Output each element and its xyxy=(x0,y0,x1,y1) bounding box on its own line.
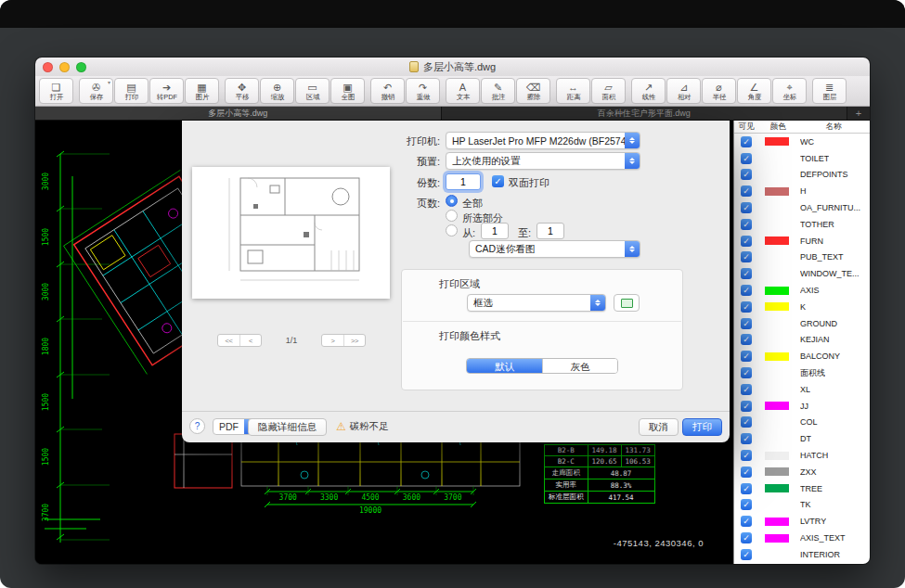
layer-color-swatch[interactable] xyxy=(765,369,789,377)
tab-document-1[interactable]: 百余种住宅户形平面.dwg xyxy=(442,107,848,120)
toolbar-button-angle[interactable]: ∠角度 xyxy=(737,78,771,104)
layer-visible-checkbox[interactable]: ✓ xyxy=(741,433,752,444)
layer-color-swatch[interactable] xyxy=(765,352,789,361)
layer-color-swatch[interactable] xyxy=(765,418,789,427)
toolbar-button-redo[interactable]: ↷重做 xyxy=(406,78,440,104)
pick-area-button[interactable] xyxy=(614,294,640,312)
color-default-segment[interactable]: 默认 xyxy=(467,359,542,373)
layer-visible-checkbox[interactable]: ✓ xyxy=(741,416,752,428)
pages-all-radio[interactable] xyxy=(446,195,458,207)
presets-select[interactable]: 上次使用的设置 xyxy=(446,152,640,170)
help-button[interactable]: ? xyxy=(189,418,205,434)
toolbar-button-zoom[interactable]: ⊕缩放 xyxy=(260,78,294,104)
layer-visible-checkbox[interactable]: ✓ xyxy=(741,483,752,494)
layer-visible-checkbox[interactable]: ✓ xyxy=(741,334,752,345)
next-page-button[interactable]: > xyxy=(322,335,343,346)
layer-color-swatch[interactable] xyxy=(765,435,789,443)
toolbar-button-text[interactable]: A文本 xyxy=(446,78,480,104)
minimize-window-button[interactable] xyxy=(59,62,70,72)
layer-color-swatch[interactable] xyxy=(765,220,789,228)
close-window-button[interactable] xyxy=(43,62,53,72)
layer-color-swatch[interactable] xyxy=(765,550,789,558)
layer-color-swatch[interactable] xyxy=(765,270,789,278)
layer-visible-checkbox[interactable]: ✓ xyxy=(741,236,752,247)
layer-visible-checkbox[interactable]: ✓ xyxy=(741,351,752,362)
layer-visible-checkbox[interactable]: ✓ xyxy=(741,153,752,164)
layer-visible-checkbox[interactable]: ✓ xyxy=(741,549,752,560)
layer-color-swatch[interactable] xyxy=(765,484,789,492)
layer-color-swatch[interactable] xyxy=(765,501,789,509)
toolbar-button-open[interactable]: ❏打开 xyxy=(39,78,73,104)
layer-color-swatch[interactable] xyxy=(765,467,789,476)
layer-visible-checkbox[interactable]: ✓ xyxy=(741,251,752,262)
zoom-window-button[interactable] xyxy=(76,62,86,72)
toolbar-button-undo[interactable]: ↶撤销 xyxy=(370,78,405,104)
toolbar-button-to-pdf[interactable]: ➔转PDF xyxy=(149,78,184,104)
layer-color-swatch[interactable] xyxy=(765,236,789,245)
last-page-button[interactable]: >> xyxy=(343,335,365,346)
toolbar-button-area[interactable]: ▱面积 xyxy=(591,78,626,104)
layer-visible-checkbox[interactable]: ✓ xyxy=(741,185,752,197)
toolbar-button-pan[interactable]: ✥平移 xyxy=(225,78,259,104)
cancel-button[interactable]: 取消 xyxy=(639,418,679,436)
layer-visible-checkbox[interactable]: ✓ xyxy=(741,268,752,279)
layer-color-swatch[interactable] xyxy=(765,154,789,162)
layer-visible-checkbox[interactable]: ✓ xyxy=(741,367,752,378)
layer-visible-checkbox[interactable]: ✓ xyxy=(741,169,752,180)
layer-color-swatch[interactable] xyxy=(765,385,789,393)
print-button[interactable]: 打印 xyxy=(682,418,722,436)
color-gray-segment[interactable]: 灰色 xyxy=(542,359,617,373)
layer-visible-checkbox[interactable]: ✓ xyxy=(741,301,752,313)
app-options-select[interactable]: CAD迷你看图 xyxy=(469,240,640,258)
pages-selection-radio[interactable] xyxy=(446,210,458,222)
toolbar-button-layers[interactable]: ≣图层 xyxy=(812,78,847,104)
layer-color-swatch[interactable] xyxy=(765,518,789,526)
layer-visible-checkbox[interactable]: ✓ xyxy=(741,516,752,527)
layer-color-swatch[interactable] xyxy=(765,452,789,460)
window-title-bar[interactable]: 多层小高等.dwg xyxy=(35,58,870,76)
page-from-input[interactable] xyxy=(481,223,509,239)
toolbar-button-save[interactable]: ✇▾保存 xyxy=(79,78,113,104)
layer-visible-checkbox[interactable]: ✓ xyxy=(741,318,752,329)
layer-visible-checkbox[interactable]: ✓ xyxy=(741,499,752,510)
toolbar-button-radius[interactable]: ⌀半径 xyxy=(702,78,736,104)
layer-color-swatch[interactable] xyxy=(765,253,789,262)
toolbar-button-erase[interactable]: ⌫擦除 xyxy=(516,78,550,104)
toolbar-button-image[interactable]: ▦图片 xyxy=(185,78,219,104)
hide-details-button[interactable]: 隐藏详细信息 xyxy=(248,418,327,436)
layer-color-swatch[interactable] xyxy=(765,287,789,295)
tab-document-0[interactable]: 多层小高等.dwg xyxy=(35,107,442,120)
toolbar-button-distance[interactable]: ↔距离 xyxy=(556,78,590,104)
print-area-select[interactable]: 框选 xyxy=(467,294,606,312)
layer-visible-checkbox[interactable]: ✓ xyxy=(741,136,752,147)
toolbar-button-region[interactable]: ▭区域 xyxy=(295,78,330,104)
printer-select[interactable]: HP LaserJet Pro MFP M226dw (BF2574) xyxy=(446,132,640,149)
layer-visible-checkbox[interactable]: ✓ xyxy=(741,384,752,395)
toolbar-button-fit-view[interactable]: ▣全图 xyxy=(330,78,365,104)
new-tab-button[interactable]: + xyxy=(847,107,870,120)
layer-color-swatch[interactable] xyxy=(765,534,789,543)
layer-visible-checkbox[interactable]: ✓ xyxy=(741,450,752,461)
layer-visible-checkbox[interactable]: ✓ xyxy=(741,285,752,296)
layer-color-swatch[interactable] xyxy=(765,204,789,212)
layer-visible-checkbox[interactable]: ✓ xyxy=(741,467,752,478)
toolbar-button-annotate[interactable]: ✎批注 xyxy=(481,78,515,104)
layer-visible-checkbox[interactable]: ✓ xyxy=(741,219,752,230)
layer-visible-checkbox[interactable]: ✓ xyxy=(741,401,752,412)
layer-color-swatch[interactable] xyxy=(765,302,789,311)
toolbar-button-coordinate[interactable]: ⌖坐标 xyxy=(772,78,807,104)
layer-visible-checkbox[interactable]: ✓ xyxy=(741,532,752,543)
toolbar-button-print[interactable]: ▤打印 xyxy=(114,78,149,104)
layer-color-swatch[interactable] xyxy=(765,336,789,344)
duplex-checkbox[interactable]: ✓ xyxy=(492,175,504,187)
layer-color-swatch[interactable] xyxy=(765,137,789,146)
layer-visible-checkbox[interactable]: ✓ xyxy=(741,202,752,213)
pages-range-radio[interactable] xyxy=(446,224,458,236)
first-page-button[interactable]: << xyxy=(218,335,239,346)
layer-color-swatch[interactable] xyxy=(765,187,789,196)
layer-color-swatch[interactable] xyxy=(765,319,789,327)
layer-color-swatch[interactable] xyxy=(765,171,789,179)
toolbar-button-relative[interactable]: ⊿相对 xyxy=(666,78,701,104)
previous-page-button[interactable]: < xyxy=(239,335,261,346)
copies-input[interactable] xyxy=(446,173,481,190)
